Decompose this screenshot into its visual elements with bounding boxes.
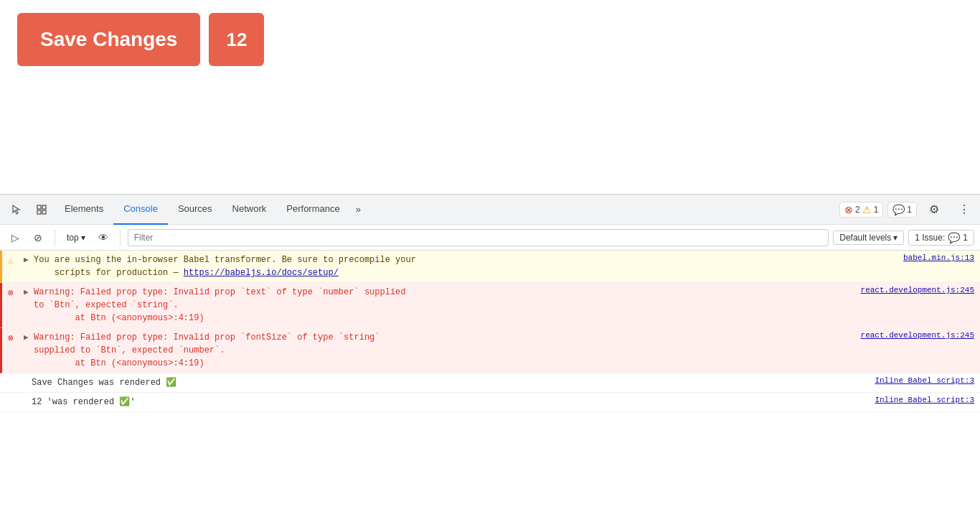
eye-icon[interactable]: 👁 <box>94 228 113 247</box>
tab-network[interactable]: Network <box>222 195 277 225</box>
devtools-tab-bar: Elements Console Sources Network Perform… <box>0 195 980 225</box>
error-message-text-2: Warning: Failed prop type: Invalid prop … <box>34 331 855 370</box>
tab-sources[interactable]: Sources <box>168 195 222 225</box>
default-levels-dropdown-icon: ▾ <box>893 233 897 243</box>
more-tabs-button[interactable]: » <box>350 195 367 225</box>
cursor-icon[interactable] <box>4 198 27 221</box>
issues-count: 1 <box>963 233 968 243</box>
devtools-panel: Elements Console Sources Network Perform… <box>0 194 980 517</box>
default-levels-button[interactable]: Default levels ▾ <box>833 230 904 245</box>
svg-rect-2 <box>37 210 41 214</box>
console-toolbar: ▷ ⊘ top ▾ 👁 Default levels ▾ 1 Issue: 💬 … <box>0 225 980 251</box>
svg-rect-1 <box>42 205 46 209</box>
info-message-text-2: 12 'was rendered ✅' <box>32 396 869 409</box>
filter-input[interactable] <box>128 229 829 246</box>
expand-error-2-icon[interactable]: ▶ <box>24 332 32 342</box>
expand-warn-icon[interactable]: ▶ <box>24 255 32 264</box>
console-row-warn: ⚠ ▶ You are using the in-browser Babel t… <box>0 251 980 283</box>
checkmark-2: ✅ <box>119 397 130 407</box>
checkmark-1: ✅ <box>166 378 176 388</box>
issues-label: 1 Issue: <box>915 233 945 243</box>
info-message-text-1: Save Changes was rendered ✅ <box>32 376 869 389</box>
warn-row-right: babel.min.js:13 <box>903 253 974 262</box>
babel-docs-link[interactable]: https://babeljs.io/docs/setup/ <box>184 268 339 278</box>
console-row-info-1: Save Changes was rendered ✅ Inline Babel… <box>0 373 980 393</box>
console-row-info-2: 12 'was rendered ✅' Inline Babel script:… <box>0 393 980 412</box>
babel-source-link[interactable]: babel.min.js:13 <box>903 253 974 262</box>
warn-triangle-icon: ⚠ <box>862 204 872 215</box>
inline-babel-link-2[interactable]: Inline Babel script:3 <box>875 396 974 404</box>
badge-button[interactable]: 12 <box>209 13 264 66</box>
expand-error-1-icon[interactable]: ▶ <box>24 287 32 297</box>
clear-console-icon[interactable]: ▷ <box>6 228 24 247</box>
inspect-icon[interactable] <box>30 198 53 221</box>
errors-count: 2 <box>855 205 860 215</box>
devtools-badges: ⊗ 2 ⚠ 1 💬 1 ⚙ ⋮ <box>839 198 977 221</box>
error-row-2-right: react.development.js:245 <box>861 331 974 340</box>
save-changes-button[interactable]: Save Changes <box>17 13 200 66</box>
warn-message-text: You are using the in-browser Babel trans… <box>34 253 897 279</box>
tab-console[interactable]: Console <box>113 195 168 225</box>
block-icon[interactable]: ⊘ <box>29 228 47 247</box>
svg-rect-0 <box>37 205 41 209</box>
console-row-error-1: ⊗ ▶ Warning: Failed prop type: Invalid p… <box>0 283 980 328</box>
messages-badge[interactable]: 💬 1 <box>887 202 917 218</box>
message-icon: 💬 <box>892 204 905 215</box>
default-levels-label: Default levels <box>839 233 891 243</box>
inline-babel-link-1[interactable]: Inline Babel script:3 <box>875 376 974 385</box>
react-source-link-1[interactable]: react.development.js:245 <box>861 286 974 294</box>
info-row-1-right: Inline Babel script:3 <box>875 376 974 385</box>
error-circle-icon: ⊗ <box>844 204 853 215</box>
console-output: ⚠ ▶ You are using the in-browser Babel t… <box>0 251 980 517</box>
error-icon-2: ⊗ <box>8 332 21 344</box>
tab-performance[interactable]: Performance <box>276 195 349 225</box>
issue-button[interactable]: 1 Issue: 💬 1 <box>908 230 974 246</box>
warn-icon: ⚠ <box>8 255 21 266</box>
error-icon-1: ⊗ <box>8 287 21 299</box>
console-row-error-2: ⊗ ▶ Warning: Failed prop type: Invalid p… <box>0 328 980 373</box>
messages-count: 1 <box>907 205 912 215</box>
context-dropdown-icon: ▾ <box>81 233 85 243</box>
react-source-link-2[interactable]: react.development.js:245 <box>861 331 974 340</box>
error-row-1-right: react.development.js:245 <box>861 286 974 294</box>
issue-icon: 💬 <box>948 232 960 243</box>
settings-icon[interactable]: ⚙ <box>923 198 946 221</box>
error-message-text-1: Warning: Failed prop type: Invalid prop … <box>34 286 855 325</box>
context-selector[interactable]: top ▾ <box>62 231 90 244</box>
info-row-2-right: Inline Babel script:3 <box>875 396 974 404</box>
main-area: Save Changes 12 <box>0 0 980 194</box>
toolbar-divider-2 <box>120 229 121 246</box>
tab-elements[interactable]: Elements <box>55 195 113 225</box>
context-label: top <box>67 233 79 243</box>
toolbar-divider <box>55 229 55 246</box>
svg-rect-3 <box>42 210 46 214</box>
more-options-icon[interactable]: ⋮ <box>953 198 976 221</box>
warnings-count: 1 <box>874 205 879 215</box>
errors-badge[interactable]: ⊗ 2 ⚠ 1 <box>839 202 883 218</box>
